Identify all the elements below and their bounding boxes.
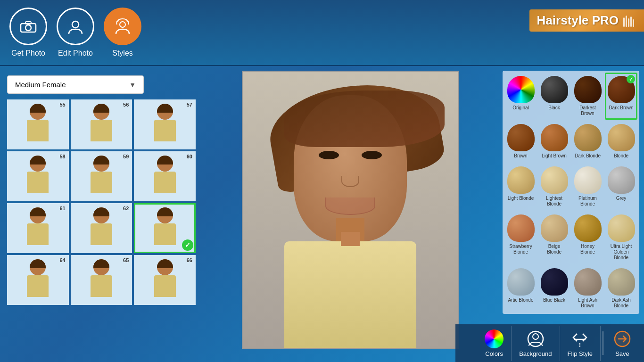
svg-rect-8 [630,16,632,27]
style-item-55[interactable]: 55 [7,99,69,149]
color-item-dark-blonde[interactable]: Dark Blonde [571,121,604,162]
color-swatch-brown [507,124,535,151]
color-label-lightest-blonde: Lightest Blonde [540,196,568,207]
logo-area: Hairstyle PRO [512,0,644,66]
color-item-dark-brown[interactable]: ✓ Dark Brown [605,73,637,120]
color-item-brown[interactable]: Brown [504,121,537,162]
color-item-original[interactable]: Original [504,73,537,120]
style-number: 65 [123,257,129,263]
color-label-ultra-light-golden-blonde: Ultra Light Golden Blonde [607,244,635,261]
style-item-61[interactable]: 61 [7,203,69,253]
dropdown-value: Medium Female [15,81,66,89]
colors-button[interactable]: Colors [477,326,512,361]
style-thumbnail [8,153,67,200]
color-label-brown: Brown [514,153,527,159]
color-item-light-blonde[interactable]: Light Blonde [504,163,537,210]
color-item-beige-blonde[interactable]: Beige Blonde [538,211,570,264]
style-item-56[interactable]: 56 [71,99,132,149]
style-item-59[interactable]: 59 [71,151,132,201]
color-item-black[interactable]: Black [538,73,570,120]
top-bar: Get Photo Edit Photo Styles Hairstyle PR… [0,0,644,66]
color-item-light-ash-brown[interactable]: Light Ash Brown [571,265,604,312]
color-swatch-dark-ash-blonde [608,268,635,296]
bottom-bar: Colors Background Flip Style [455,324,644,362]
style-item-60[interactable]: 60 [134,151,196,201]
color-swatch-lightest-blonde [541,166,568,194]
background-icon [526,329,545,348]
colors-panel: Original Black Darkest Brown ✓ Dark Brow… [498,66,644,362]
color-item-artic-blonde[interactable]: Artic Blonde [504,265,537,312]
style-number: 55 [59,102,65,107]
color-label-black: Black [548,105,560,111]
style-item-63[interactable]: ✓ [134,203,196,253]
style-item-58[interactable]: 58 [7,151,69,201]
color-swatch-strawberry-blonde [507,214,535,242]
style-item-65[interactable]: 65 [71,255,132,305]
color-label-light-blonde: Light Blonde [508,196,534,201]
flip-style-button[interactable]: Flip Style [560,326,601,361]
color-swatch-honey-blonde [574,214,602,242]
style-item-57[interactable]: 57 [134,99,196,149]
color-swatch-blonde [608,124,635,151]
color-label-light-ash-brown: Light Ash Brown [574,297,602,309]
app-title: Hairstyle PRO [537,13,619,28]
color-item-blonde[interactable]: Blonde [605,121,637,162]
color-item-blue-black[interactable]: Blue Black [538,265,570,312]
styles-button[interactable]: Styles [104,8,141,58]
color-item-dark-ash-blonde[interactable]: Dark Ash Blonde [605,265,637,312]
color-item-platinum-blonde[interactable]: Platinum Blonde [571,163,604,210]
color-label-strawberry-blonde: Strawberry Blonde [507,244,535,255]
color-item-lightest-blonde[interactable]: Lightest Blonde [538,163,570,210]
color-swatch-artic-blonde [507,268,535,296]
color-swatch-blue-black [541,268,568,296]
color-item-ultra-light-golden-blonde[interactable]: Ultra Light Golden Blonde [605,211,637,264]
style-number: 64 [59,257,65,263]
style-thumbnail [135,256,194,304]
color-label-blonde: Blonde [614,153,628,159]
background-button[interactable]: Background [512,326,560,361]
color-item-honey-blonde[interactable]: Honey Blonde [571,211,604,264]
color-item-light-brown[interactable]: Light Brown [538,121,570,162]
style-item-66[interactable]: 66 [134,255,196,305]
save-button[interactable]: Save [605,326,639,361]
color-swatch-grey [608,166,635,194]
style-item-62[interactable]: 62 [71,203,132,253]
get-photo-label: Get Photo [11,49,45,58]
camera-icon [9,8,47,45]
style-thumbnail [72,256,131,304]
save-button-label: Save [615,350,629,357]
style-thumbnail [135,101,194,148]
style-thumbnail [72,205,131,252]
svg-point-3 [72,21,79,28]
style-number: 59 [123,154,129,159]
preview-person [243,72,458,348]
color-swatch-black [541,76,568,103]
flip-style-button-label: Flip Style [568,350,593,357]
edit-photo-button[interactable]: Edit Photo [57,8,94,58]
style-item-64[interactable]: 64 [7,255,69,305]
color-label-platinum-blonde: Platinum Blonde [574,196,602,207]
color-swatch-ultra-light-golden-blonde [608,214,635,242]
svg-rect-2 [25,22,31,24]
color-label-dark-ash-blonde: Dark Ash Blonde [607,297,635,309]
styles-grid: 55 56 57 [7,99,196,305]
color-label-honey-blonde: Honey Blonde [574,244,602,255]
style-category-dropdown[interactable]: Medium Female ▼ [7,75,144,94]
style-number: 56 [123,102,129,107]
chevron-down-icon: ▼ [129,81,136,89]
svg-point-1 [25,25,31,31]
color-label-dark-blonde: Dark Blonde [575,153,601,159]
style-thumbnail [72,101,131,148]
color-item-darkest-brown[interactable]: Darkest Brown [571,73,604,120]
color-swatch-platinum-blonde [574,166,602,194]
style-number: 60 [187,154,192,159]
color-item-strawberry-blonde[interactable]: Strawberry Blonde [504,211,537,264]
style-number: 57 [187,102,192,107]
style-number: 66 [187,257,192,263]
flip-style-icon [570,329,589,348]
svg-point-11 [533,334,538,339]
style-thumbnail [135,153,194,200]
color-item-grey[interactable]: Grey [605,163,637,210]
get-photo-button[interactable]: Get Photo [9,8,47,58]
save-icon [613,329,632,348]
